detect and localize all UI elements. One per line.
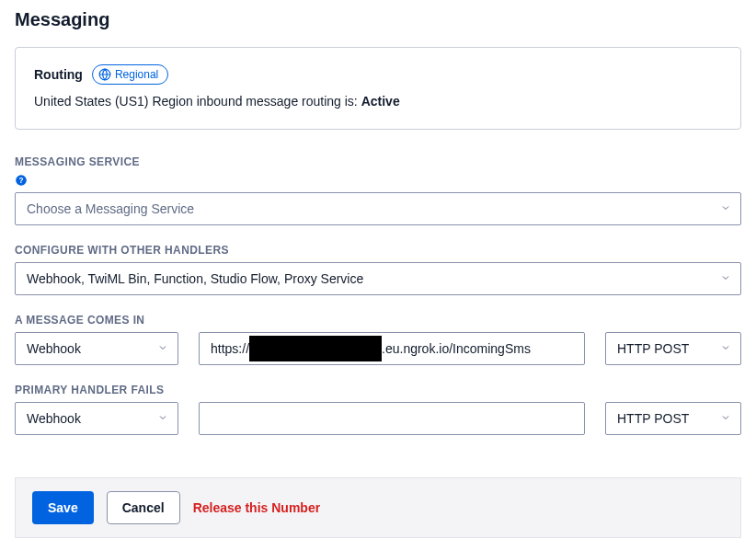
help-icon[interactable]: ? xyxy=(15,174,28,187)
chevron-down-icon xyxy=(157,341,168,356)
primary-fail-url-input[interactable] xyxy=(199,402,585,435)
regional-badge-label: Regional xyxy=(115,66,158,83)
cancel-button[interactable]: Cancel xyxy=(107,491,180,524)
message-in-handler-value: Webhook xyxy=(27,341,81,356)
messaging-service-label: MESSAGING SERVICE xyxy=(15,155,741,168)
primary-fail-label: PRIMARY HANDLER FAILS xyxy=(15,384,741,396)
save-button[interactable]: Save xyxy=(32,491,94,524)
chevron-down-icon xyxy=(720,341,731,356)
chevron-down-icon xyxy=(720,201,731,216)
configure-handlers-select[interactable]: Webhook, TwiML Bin, Function, Studio Flo… xyxy=(15,262,741,295)
configure-handlers-value: Webhook, TwiML Bin, Function, Studio Flo… xyxy=(27,271,363,286)
configure-handlers-label: CONFIGURE WITH OTHER HANDLERS xyxy=(15,244,741,257)
primary-fail-method-value: HTTP POST xyxy=(617,411,689,426)
messaging-service-placeholder: Choose a Messaging Service xyxy=(27,201,194,216)
primary-fail-handler-select[interactable]: Webhook xyxy=(15,402,178,435)
message-in-method-value: HTTP POST xyxy=(617,341,689,356)
message-in-method-select[interactable]: HTTP POST xyxy=(605,332,741,365)
routing-card: Routing Regional United States (US1) Reg… xyxy=(15,47,741,130)
primary-fail-method-select[interactable]: HTTP POST xyxy=(605,402,741,435)
messaging-service-select[interactable]: Choose a Messaging Service xyxy=(15,192,741,225)
redacted-segment xyxy=(249,336,382,361)
regional-badge[interactable]: Regional xyxy=(92,64,168,85)
message-in-url-input[interactable]: https://.eu.ngrok.io/IncomingSms xyxy=(199,332,585,365)
primary-fail-url-field[interactable] xyxy=(211,410,573,427)
routing-description: United States (US1) Region inbound messa… xyxy=(34,94,722,109)
svg-text:?: ? xyxy=(19,177,24,185)
chevron-down-icon xyxy=(720,271,731,286)
routing-label: Routing xyxy=(34,67,83,82)
release-number-link[interactable]: Release this Number xyxy=(193,500,321,515)
primary-fail-handler-value: Webhook xyxy=(27,411,81,426)
chevron-down-icon xyxy=(720,411,731,426)
globe-icon xyxy=(98,68,111,81)
page-title: Messaging xyxy=(15,9,741,30)
button-bar: Save Cancel Release this Number xyxy=(15,477,741,538)
message-in-label: A MESSAGE COMES IN xyxy=(15,314,741,327)
chevron-down-icon xyxy=(157,411,168,426)
message-in-handler-select[interactable]: Webhook xyxy=(15,332,178,365)
